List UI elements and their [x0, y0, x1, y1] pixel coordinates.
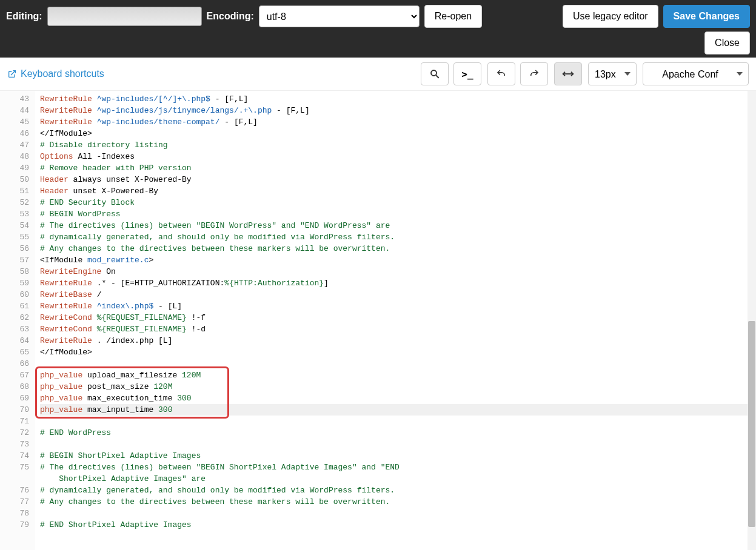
undo-icon — [496, 68, 507, 79]
code-line[interactable] — [40, 358, 756, 369]
code-line[interactable]: RewriteCond %{REQUEST_FILENAME} !-f — [40, 312, 756, 323]
code-line[interactable]: RewriteRule . /index.php [L] — [40, 335, 756, 346]
syntax-select[interactable]: Apache Conf — [643, 62, 749, 85]
code-line[interactable] — [40, 416, 756, 427]
svg-line-1 — [436, 75, 439, 78]
svg-point-0 — [431, 70, 437, 76]
code-line[interactable] — [40, 508, 756, 519]
code-line[interactable]: # dynamically generated, and should only… — [40, 231, 756, 243]
code-line[interactable]: Header unset X-Powered-By — [40, 185, 756, 197]
code-line[interactable]: Header always unset X-Powered-By — [40, 174, 756, 185]
fontsize-select[interactable]: 13px — [588, 62, 637, 85]
vertical-scrollbar[interactable] — [748, 91, 756, 550]
code-line[interactable]: </IfModule> — [40, 128, 756, 139]
code-line[interactable]: php_value post_max_size 120M — [40, 381, 756, 393]
encoding-select[interactable]: utf-8 — [259, 5, 420, 27]
code-line[interactable]: # END ShortPixel Adaptive Images — [40, 519, 756, 531]
code-line[interactable]: # The directives (lines) between "BEGIN … — [40, 462, 756, 473]
redo-button[interactable] — [520, 62, 548, 85]
code-line[interactable]: # The directives (lines) between "BEGIN … — [40, 220, 756, 231]
code-line[interactable]: RewriteRule ^wp-includes/[^/]+\.php$ - [… — [40, 93, 756, 105]
code-line[interactable]: php_value upload_max_filesize 120M — [40, 369, 756, 381]
close-button[interactable]: Close — [704, 31, 750, 55]
code-line[interactable]: ShortPixel Adaptive Images" are — [40, 473, 756, 485]
editing-input[interactable] — [47, 7, 202, 26]
code-line[interactable]: # Any changes to the directives between … — [40, 496, 756, 508]
code-line[interactable]: RewriteRule ^wp-includes/js/tinymce/lang… — [40, 105, 756, 116]
code-line[interactable]: php_value max_execution_time 300 — [40, 393, 756, 404]
save-button[interactable]: Save Changes — [663, 5, 750, 28]
code-area[interactable]: RewriteRule ^wp-includes/[^/]+\.php$ - [… — [35, 91, 756, 550]
code-line[interactable]: # BEGIN WordPress — [40, 208, 756, 220]
external-link-icon — [7, 69, 17, 79]
code-line[interactable] — [40, 439, 756, 450]
redo-icon — [529, 68, 540, 79]
code-editor[interactable]: 4344454647484950515253545556575859606162… — [0, 91, 756, 550]
legacy-editor-button[interactable]: Use legacy editor — [563, 5, 658, 28]
code-line[interactable]: RewriteRule ^index\.php$ - [L] — [40, 300, 756, 312]
reopen-button[interactable]: Re-open — [424, 5, 482, 28]
code-line[interactable]: RewriteEngine On — [40, 266, 756, 277]
terminal-button[interactable]: >_ — [453, 62, 481, 85]
code-line[interactable]: RewriteCond %{REQUEST_FILENAME} !-d — [40, 323, 756, 335]
code-line[interactable]: Options All -Indexes — [40, 151, 756, 162]
code-line[interactable]: # END WordPress — [40, 427, 756, 439]
code-line[interactable]: # Remove header with PHP version — [40, 162, 756, 174]
wrap-icon — [562, 70, 574, 78]
code-line[interactable]: # BEGIN ShortPixel Adaptive Images — [40, 450, 756, 462]
line-gutter: 4344454647484950515253545556575859606162… — [0, 91, 35, 550]
code-line[interactable]: php_value max_input_time 300 — [40, 404, 756, 416]
search-icon — [429, 68, 440, 79]
code-line[interactable]: # Any changes to the directives between … — [40, 243, 756, 254]
code-line[interactable]: # END Security Block — [40, 197, 756, 208]
encoding-label: Encoding: — [207, 11, 254, 22]
code-line[interactable]: RewriteRule ^wp-includes/theme-compat/ -… — [40, 116, 756, 128]
code-line[interactable]: # dynamically generated, and should only… — [40, 485, 756, 496]
code-line[interactable]: </IfModule> — [40, 346, 756, 358]
scrollbar-thumb[interactable] — [748, 321, 755, 527]
code-line[interactable]: <IfModule mod_rewrite.c> — [40, 254, 756, 266]
code-line[interactable]: RewriteBase / — [40, 289, 756, 300]
search-button[interactable] — [421, 62, 449, 85]
code-line[interactable]: RewriteRule .* - [E=HTTP_AUTHORIZATION:%… — [40, 277, 756, 289]
undo-button[interactable] — [487, 62, 515, 85]
keyboard-shortcuts-link[interactable]: Keyboard shortcuts — [7, 68, 104, 79]
terminal-icon: >_ — [461, 68, 473, 80]
editing-label: Editing: — [6, 11, 42, 22]
code-line[interactable]: # Disable directory listing — [40, 139, 756, 151]
editor-toolbar: Keyboard shortcuts >_ — [0, 58, 756, 91]
wrap-toggle-button[interactable] — [554, 62, 582, 85]
header-bar: Editing: Encoding: utf-8 Re-open Use leg… — [0, 0, 756, 58]
keyboard-shortcuts-label: Keyboard shortcuts — [21, 68, 104, 79]
